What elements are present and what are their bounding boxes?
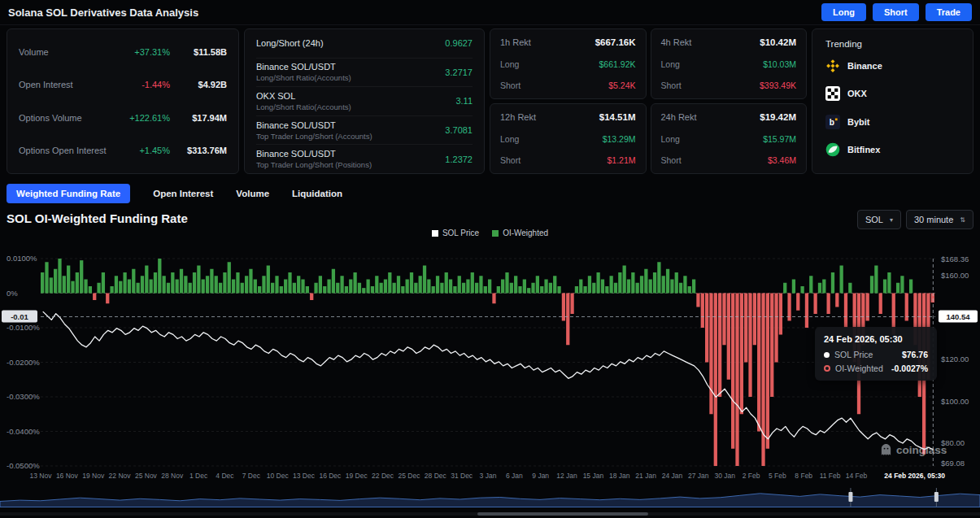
stat-value: $17.94M — [170, 113, 227, 123]
tooltip-row-oi-weighted: OI-Weighted -0.0027% — [824, 363, 928, 373]
sol-price-marker-icon — [824, 352, 830, 358]
rekt-long-value: $10.03M — [763, 59, 796, 69]
rekt-short-label: Short — [661, 81, 682, 90]
svg-text:16 Dec: 16 Dec — [319, 472, 342, 480]
oi-weighted-marker-icon — [824, 365, 830, 372]
legend-item-oi-weighted[interactable]: OI-Weighted — [492, 229, 548, 237]
svg-text:140.54: 140.54 — [946, 312, 970, 321]
ratio-value: 3.2717 — [445, 67, 473, 77]
svg-text:5 Feb: 5 Feb — [769, 472, 786, 480]
stat-row-options-open-interest: Options Open Interest +1.45%$313.76M — [19, 146, 227, 155]
rekt-title: 24h Rekt — [661, 112, 697, 122]
rekt-short-value: $393.49K — [760, 81, 796, 90]
svg-text:$160.00: $160.00 — [941, 271, 969, 280]
derivatives-dashboard: Solana SOL Derivatives Data Analysis Lon… — [0, 0, 980, 518]
rekt-short-label: Short — [500, 155, 520, 165]
trending-item-bybit[interactable]: b Bybit — [825, 108, 960, 136]
svg-text:-0.0400%: -0.0400% — [7, 427, 40, 436]
horizontal-scrollbar-thumb[interactable] — [477, 512, 648, 516]
coinglass-watermark: coinglass — [880, 443, 947, 456]
stat-change: +1.45% — [111, 146, 170, 155]
chart-navigator[interactable] — [0, 486, 980, 507]
stat-value: $313.76M — [170, 146, 227, 155]
stat-label: Options Open Interest — [19, 146, 107, 155]
stat-label: Options Volume — [19, 113, 82, 123]
rekt-short-value: $1.21M — [607, 155, 635, 165]
rekt-title: 4h Rekt — [661, 37, 692, 47]
tooltip-row-sol-price: SOL Price $76.76 — [824, 350, 928, 359]
stat-row-volume: Volume +37.31%$11.58B — [19, 47, 227, 57]
svg-text:0.0100%: 0.0100% — [7, 254, 37, 263]
tab-weighted-funding-rate[interactable]: Weighted Funding Rate — [7, 184, 130, 203]
rekt-long-value: $13.29M — [603, 134, 636, 144]
symbol-select-value: SOL — [865, 215, 883, 224]
svg-text:21 Jan: 21 Jan — [635, 472, 656, 480]
rekt-total: $667.16K — [595, 37, 636, 47]
svg-text:-0.0200%: -0.0200% — [7, 358, 40, 367]
rekt-long-label: Long — [500, 134, 519, 144]
interval-select-value: 30 minute — [914, 215, 953, 224]
stat-label: Volume — [19, 47, 49, 57]
ratio-row: OKX SOLLong/Short Ratio(Accounts) 3.11 — [256, 87, 473, 116]
trade-button[interactable]: Trade — [926, 3, 972, 21]
ratio-title: OKX SOL — [256, 91, 351, 101]
rekt-total: $19.42M — [760, 112, 796, 122]
ratio-value: 3.11 — [455, 96, 473, 106]
rekt-box-1h: 1h Rekt$667.16K Long$661.92K Short$5.24K — [490, 28, 647, 99]
svg-text:$168.36: $168.36 — [941, 255, 969, 263]
stat-value: $11.58B — [170, 47, 227, 57]
svg-text:8 Feb: 8 Feb — [795, 472, 812, 480]
rekt-title: 12h Rekt — [500, 112, 536, 122]
svg-text:15 Jan: 15 Jan — [583, 472, 604, 480]
legend-label: SOL Price — [442, 229, 479, 237]
svg-text:-0.0500%: -0.0500% — [7, 461, 40, 470]
svg-text:24 Jan: 24 Jan — [662, 472, 683, 480]
ratio-value: 1.2372 — [445, 155, 473, 164]
stat-change: +37.31% — [111, 47, 170, 57]
trending-item-okx[interactable]: OKX — [825, 80, 960, 107]
svg-text:16 Nov: 16 Nov — [56, 472, 79, 480]
long-button[interactable]: Long — [821, 3, 866, 21]
chart-controls: SOL ▾ 30 minute ⇅ — [857, 210, 973, 229]
topbar: Solana SOL Derivatives Data Analysis Lon… — [0, 0, 980, 25]
stat-change: -1.44% — [111, 80, 170, 89]
rekt-long-value: $15.97M — [763, 134, 796, 144]
chart-legend: SOL Price OI-Weighted — [0, 229, 980, 237]
trending-item-label: Bybit — [847, 117, 870, 127]
short-button[interactable]: Short — [873, 3, 919, 21]
svg-text:-0.01: -0.01 — [11, 312, 28, 321]
stats-panels-row: Volume +37.31%$11.58B Open Interest -1.4… — [7, 28, 973, 174]
trending-item-binance[interactable]: Binance — [825, 52, 960, 80]
legend-swatch-white — [432, 230, 438, 237]
up-down-arrows-icon: ⇅ — [960, 216, 965, 224]
svg-text:4 Dec: 4 Dec — [216, 472, 234, 480]
tab-liquidation[interactable]: Liquidation — [292, 189, 342, 198]
interval-select[interactable]: 30 minute ⇅ — [906, 210, 973, 229]
svg-text:31 Dec: 31 Dec — [451, 472, 473, 480]
svg-text:25 Dec: 25 Dec — [398, 472, 420, 480]
chart-title: SOL OI-Weighted Funding Rate — [7, 211, 188, 225]
trending-item-bitfinex[interactable]: Bitfinex — [825, 136, 960, 163]
ratio-subtitle: Long/Short Ratio(Accounts) — [256, 102, 351, 111]
long-short-ratios-panel: Long/Short (24h) 0.9627 Binance SOL/USDT… — [244, 28, 485, 174]
svg-text:$100.00: $100.00 — [941, 397, 969, 406]
svg-text:9 Jan: 9 Jan — [532, 472, 549, 480]
tab-open-interest[interactable]: Open Interest — [153, 189, 213, 198]
tab-volume[interactable]: Volume — [236, 189, 269, 198]
svg-text:30 Jan: 30 Jan — [714, 472, 735, 480]
rekt-box-24h: 24h Rekt$19.42M Long$15.97M Short$3.46M — [651, 103, 808, 174]
ratio-row: Binance SOL/USDTTop Trader Long/Short (A… — [256, 116, 473, 146]
rekt-short-label: Short — [661, 155, 682, 165]
svg-text:19 Dec: 19 Dec — [346, 472, 368, 480]
symbol-select[interactable]: SOL ▾ — [857, 210, 901, 229]
stat-row-open-interest: Open Interest -1.44%$4.92B — [19, 80, 227, 89]
legend-swatch-green — [492, 230, 499, 237]
ratio-row: Binance SOL/USDTLong/Short Ratio(Account… — [256, 59, 473, 88]
svg-text:14 Feb: 14 Feb — [846, 472, 868, 480]
trending-panel: Trending Binance OKX b Bybit — [812, 28, 973, 174]
rekt-long-label: Long — [661, 134, 680, 144]
legend-item-sol-price[interactable]: SOL Price — [432, 229, 479, 237]
ratio-title: Binance SOL/USDT — [256, 62, 351, 72]
rekt-total: $10.42M — [760, 37, 796, 47]
topbar-buttons: Long Short Trade — [821, 3, 972, 21]
